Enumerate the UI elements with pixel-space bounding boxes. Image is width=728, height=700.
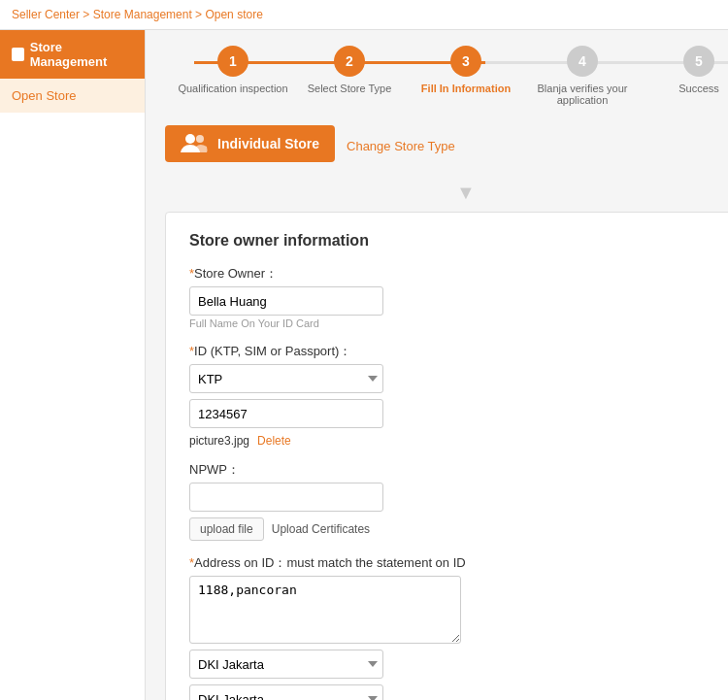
city-select[interactable]: DKI Jakarta Depok Bekasi [189,684,383,700]
npwp-input[interactable] [189,483,383,512]
individual-store-icon [181,133,208,154]
npwp-label: NPWP： [189,461,728,479]
id-number-input[interactable] [189,399,383,428]
npwp-upload-row: upload file Upload Certificates [189,517,728,541]
breadcrumb: Seller Center > Store Management > Open … [0,0,728,30]
id-label: *ID (KTP, SIM or Passport)： [189,343,728,360]
province-select[interactable]: DKI Jakarta Jawa Barat Jawa Tengah [189,650,383,679]
step-4-circle: 4 [567,46,598,77]
svg-point-0 [185,134,195,144]
upload-certificates-button[interactable]: Upload Certificates [272,522,370,536]
sidebar-header-label: Store Management [30,40,133,69]
step-1: 1 Qualification inspection [175,46,291,94]
sidebar: Store Management Open Store [0,30,146,700]
sidebar-header: Store Management [0,30,145,79]
id-file-row: picture3.jpg Delete [189,434,728,448]
id-type-select-wrapper: KTP SIM Passport [189,364,383,393]
store-owner-group: *Store Owner： Full Name On Your ID Card [189,265,728,329]
step-1-circle: 1 [217,46,248,77]
banner-row: Individual Store Change Store Type [165,125,728,166]
step-2: 2 Select Store Type [291,46,408,94]
city-select-wrapper: DKI Jakarta Depok Bekasi [189,684,383,700]
sidebar-item-open-store[interactable]: Open Store [0,79,145,113]
step-3-label: Fill In Information [421,83,511,94]
store-owner-label: *Store Owner： [189,265,728,283]
store-owner-hint: Full Name On Your ID Card [189,317,728,329]
id-type-select[interactable]: KTP SIM Passport [189,364,383,393]
step-3-circle: 3 [450,46,481,77]
step-5-circle: 5 [683,46,714,77]
step-1-label: Qualification inspection [178,83,287,94]
store-type-banner: Individual Store [165,125,335,162]
npwp-group: NPWP： upload file Upload Certificates [189,461,728,541]
main-content: 1 Qualification inspection 2 Select Stor… [146,30,728,700]
address-label: *Address on ID：must match the statement … [189,554,728,572]
step-4-label: Blanja verifies your application [524,83,641,106]
address-group: *Address on ID：must match the statement … [189,554,728,700]
id-group: *ID (KTP, SIM or Passport)： KTP SIM Pass… [189,343,728,448]
step-2-label: Select Store Type [308,83,392,94]
id-file-name: picture3.jpg [189,434,249,448]
store-owner-input[interactable] [189,286,383,316]
step-2-circle: 2 [334,46,365,77]
svg-point-1 [196,135,204,143]
address-textarea[interactable]: 1188,pancoran [189,576,461,644]
step-5: 5 Success [641,46,728,94]
divider-arrow: ▼ [165,182,728,204]
progress-steps: 1 Qualification inspection 2 Select Stor… [165,46,728,106]
province-select-wrapper: DKI Jakarta Jawa Barat Jawa Tengah [189,650,383,679]
store-type-label: Individual Store [217,136,319,151]
store-management-icon [12,48,24,61]
step-4: 4 Blanja verifies your application [524,46,641,106]
step-5-label: Success [678,83,719,94]
upload-file-button[interactable]: upload file [189,517,264,541]
step-3: 3 Fill In Information [408,46,524,94]
form-title: Store owner information [189,232,728,250]
change-store-type-link[interactable]: Change Store Type [347,139,455,153]
id-file-delete[interactable]: Delete [257,434,291,448]
form-container: Store owner information *Store Owner： Fu… [165,212,728,700]
